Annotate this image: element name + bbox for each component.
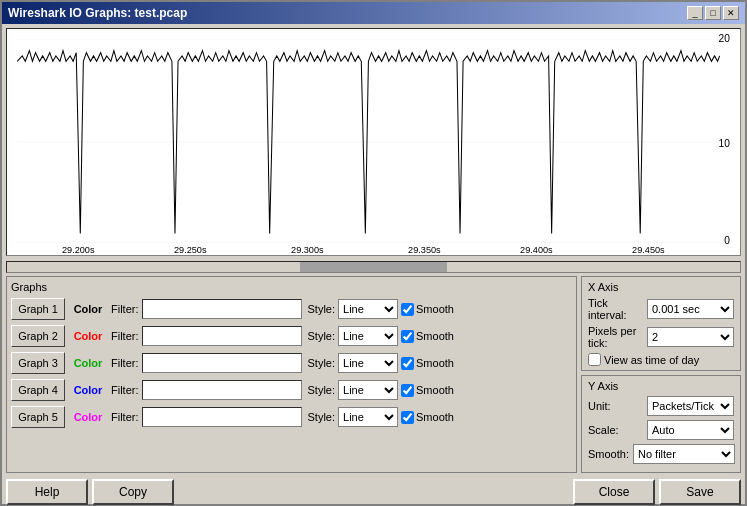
- smooth-checkbox-5[interactable]: [401, 411, 414, 424]
- smooth-checkbox-3[interactable]: [401, 357, 414, 370]
- smooth-checkbox-1[interactable]: [401, 303, 414, 316]
- svg-text:29.250s: 29.250s: [174, 244, 207, 255]
- pixels-per-tick-row: Pixels per tick: 1 2 5 10: [588, 325, 734, 349]
- graph-row-1: Graph 1 Color Filter: Style: Line Impuls…: [11, 297, 572, 321]
- smooth-check-3: Smooth: [401, 357, 454, 370]
- style-select-1[interactable]: Line Impulse FBar Dot: [338, 299, 398, 319]
- smooth-check-4: Smooth: [401, 384, 454, 397]
- graph-row-3: Graph 3 Color Filter: Style: Line Impuls…: [11, 351, 572, 375]
- bottom-bar: Help Copy Close Save: [2, 473, 745, 506]
- filter-label-5: Filter:: [111, 411, 139, 423]
- filter-input-2[interactable]: [142, 326, 302, 346]
- tick-interval-row: Tick interval: 0.001 sec 0.01 sec 0.1 se…: [588, 297, 734, 321]
- smooth-label-5: Smooth: [416, 411, 454, 423]
- scrollbar-thumb[interactable]: [300, 262, 447, 272]
- color-label-5: Color: [68, 411, 108, 423]
- style-label-5: Style:: [308, 411, 336, 423]
- style-select-5[interactable]: Line Impulse FBar Dot: [338, 407, 398, 427]
- scale-select[interactable]: Auto 1 10 100: [647, 420, 734, 440]
- graph-btn-1[interactable]: Graph 1: [11, 298, 65, 320]
- x-axis-title: X Axis: [588, 281, 734, 293]
- style-label-3: Style:: [308, 357, 336, 369]
- horizontal-scrollbar[interactable]: [6, 261, 741, 273]
- style-label-1: Style:: [308, 303, 336, 315]
- right-panel: X Axis Tick interval: 0.001 sec 0.01 sec…: [581, 276, 741, 473]
- smooth-check-2: Smooth: [401, 330, 454, 343]
- smooth-label-1: Smooth: [416, 303, 454, 315]
- graph-btn-5[interactable]: Graph 5: [11, 406, 65, 428]
- x-axis-group: X Axis Tick interval: 0.001 sec 0.01 sec…: [581, 276, 741, 371]
- unit-label: Unit:: [588, 400, 643, 412]
- pixels-per-tick-label: Pixels per tick:: [588, 325, 643, 349]
- tick-interval-select[interactable]: 0.001 sec 0.01 sec 0.1 sec 1 sec: [647, 299, 734, 319]
- view-as-time-checkbox[interactable]: [588, 353, 601, 366]
- view-as-time-row: View as time of day: [588, 353, 734, 366]
- filter-label-3: Filter:: [111, 357, 139, 369]
- color-label-3: Color: [68, 357, 108, 369]
- style-select-2[interactable]: Line Impulse FBar Dot: [338, 326, 398, 346]
- graph-btn-3[interactable]: Graph 3: [11, 352, 65, 374]
- svg-text:29.450s: 29.450s: [632, 244, 665, 255]
- filter-label-2: Filter:: [111, 330, 139, 342]
- smooth-row: Smooth: No filter Moving Average: [588, 444, 734, 464]
- y-axis-group: Y Axis Unit: Packets/Tick Bytes/Tick Bit…: [581, 375, 741, 473]
- style-label-2: Style:: [308, 330, 336, 342]
- smooth-label-2: Smooth: [416, 330, 454, 342]
- tick-interval-label: Tick interval:: [588, 297, 643, 321]
- filter-input-5[interactable]: [142, 407, 302, 427]
- svg-text:29.400s: 29.400s: [520, 244, 553, 255]
- filter-input-4[interactable]: [142, 380, 302, 400]
- svg-text:0: 0: [724, 235, 730, 246]
- title-bar: Wireshark IO Graphs: test.pcap _ □ ✕: [2, 2, 745, 24]
- scrollbar-area: [6, 260, 741, 274]
- svg-text:10: 10: [718, 138, 729, 149]
- main-window: Wireshark IO Graphs: test.pcap _ □ ✕ 20 …: [0, 0, 747, 506]
- graph-row-4: Graph 4 Color Filter: Style: Line Impuls…: [11, 378, 572, 402]
- y-axis-title: Y Axis: [588, 380, 734, 392]
- svg-text:29.350s: 29.350s: [408, 244, 441, 255]
- graph-row-5: Graph 5 Color Filter: Style: Line Impuls…: [11, 405, 572, 429]
- window-title: Wireshark IO Graphs: test.pcap: [8, 6, 187, 20]
- copy-button[interactable]: Copy: [92, 479, 174, 505]
- smooth-checkbox-4[interactable]: [401, 384, 414, 397]
- bottom-right-buttons: Close Save: [573, 479, 741, 505]
- filter-input-3[interactable]: [142, 353, 302, 373]
- unit-select[interactable]: Packets/Tick Bytes/Tick Bits/Tick: [647, 396, 734, 416]
- view-as-time-label: View as time of day: [604, 354, 699, 366]
- smooth-checkbox-2[interactable]: [401, 330, 414, 343]
- style-label-4: Style:: [308, 384, 336, 396]
- filter-input-1[interactable]: [142, 299, 302, 319]
- style-select-3[interactable]: Line Impulse FBar Dot: [338, 353, 398, 373]
- filter-label-1: Filter:: [111, 303, 139, 315]
- smooth-check-1: Smooth: [401, 303, 454, 316]
- svg-text:29.300s: 29.300s: [291, 244, 324, 255]
- graph-btn-4[interactable]: Graph 4: [11, 379, 65, 401]
- color-label-2: Color: [68, 330, 108, 342]
- bottom-left-buttons: Help Copy: [6, 479, 174, 505]
- smooth-label-4: Smooth: [416, 384, 454, 396]
- close-button[interactable]: ✕: [723, 6, 739, 20]
- graphs-panel: Graphs Graph 1 Color Filter: Style: Line…: [6, 276, 577, 473]
- color-label-1: Color: [68, 303, 108, 315]
- svg-text:20: 20: [718, 33, 729, 44]
- unit-row: Unit: Packets/Tick Bytes/Tick Bits/Tick: [588, 396, 734, 416]
- help-button[interactable]: Help: [6, 479, 88, 505]
- scale-label: Scale:: [588, 424, 643, 436]
- smooth-label: Smooth:: [588, 448, 629, 460]
- pixels-per-tick-select[interactable]: 1 2 5 10: [647, 327, 734, 347]
- maximize-button[interactable]: □: [705, 6, 721, 20]
- smooth-label-3: Smooth: [416, 357, 454, 369]
- smooth-select[interactable]: No filter Moving Average: [633, 444, 735, 464]
- color-label-4: Color: [68, 384, 108, 396]
- graph-row-2: Graph 2 Color Filter: Style: Line Impuls…: [11, 324, 572, 348]
- graph-btn-2[interactable]: Graph 2: [11, 325, 65, 347]
- controls-area: Graphs Graph 1 Color Filter: Style: Line…: [6, 276, 741, 473]
- style-select-4[interactable]: Line Impulse FBar Dot: [338, 380, 398, 400]
- minimize-button[interactable]: _: [687, 6, 703, 20]
- graphs-panel-title: Graphs: [11, 281, 572, 293]
- graph-rows: Graph 1 Color Filter: Style: Line Impuls…: [11, 297, 572, 429]
- graph-svg: 20 10 0 29.200s 29.250s 29.300s 29.350s …: [7, 29, 740, 255]
- graph-area: 20 10 0 29.200s 29.250s 29.300s 29.350s …: [6, 28, 741, 256]
- close-button[interactable]: Close: [573, 479, 655, 505]
- save-button[interactable]: Save: [659, 479, 741, 505]
